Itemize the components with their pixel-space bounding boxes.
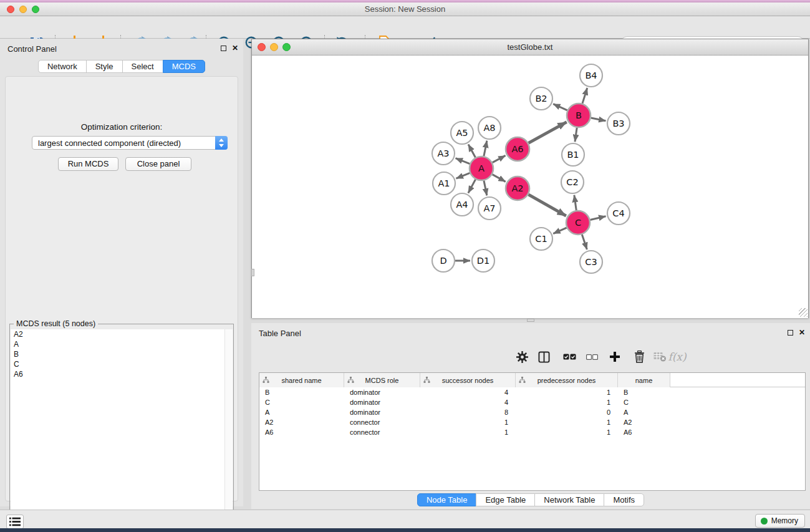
close-panel-button[interactable]: Close panel: [125, 157, 191, 171]
tab-mcds[interactable]: MCDS: [163, 60, 205, 73]
edge-C-C3[interactable]: [582, 235, 587, 249]
edge-A6-B[interactable]: [529, 122, 567, 143]
tab-network[interactable]: Network: [38, 60, 87, 73]
table-row[interactable]: A2connector11A2: [259, 417, 805, 427]
select-all-button[interactable]: [560, 347, 579, 367]
cell-successor-nodes[interactable]: 4: [420, 387, 516, 397]
control-panel: Control Panel ✕ NetworkStyleSelectMCDS O…: [0, 39, 243, 506]
column-header-successor-nodes[interactable]: successor nodes: [420, 373, 516, 387]
network-canvas[interactable]: B4B2BB3A8A5A6A3B1AC2A1A2A4A7C4CC1C3DD1: [252, 56, 808, 318]
tab-network-table[interactable]: Network Table: [534, 493, 604, 506]
edge-A-A5[interactable]: [468, 144, 475, 157]
run-mcds-button[interactable]: Run MCDS: [58, 157, 118, 171]
close-panel-icon[interactable]: ✕: [232, 45, 238, 51]
close-table-panel-icon[interactable]: ✕: [799, 329, 805, 336]
tab-select[interactable]: Select: [122, 60, 163, 73]
cell-name[interactable]: A2: [618, 417, 670, 427]
result-list-scrollbar[interactable]: [224, 329, 233, 532]
tab-edge-table[interactable]: Edge Table: [476, 493, 535, 506]
table-settings-button[interactable]: [513, 347, 531, 367]
edge-A-A2[interactable]: [493, 175, 506, 182]
edge-A-A8[interactable]: [484, 141, 487, 157]
cell-mcds-role[interactable]: dominator: [344, 397, 420, 407]
cell-shared-name[interactable]: A6: [259, 427, 344, 437]
edge-C-C1[interactable]: [553, 228, 566, 233]
edge-A-A6[interactable]: [493, 155, 506, 162]
cell-predecessor-nodes[interactable]: 1: [516, 417, 618, 427]
float-table-panel-icon[interactable]: [788, 330, 793, 336]
tab-style[interactable]: Style: [86, 60, 123, 73]
mcds-result-item[interactable]: A6: [11, 369, 225, 379]
edge-C-C2[interactable]: [574, 195, 576, 210]
node-label-B3: B3: [612, 118, 624, 128]
cell-predecessor-nodes[interactable]: 1: [516, 387, 618, 397]
mcds-result-list[interactable]: A2ABCA6: [11, 329, 225, 532]
table-row[interactable]: Bdominator41B: [259, 387, 805, 397]
column-header-name[interactable]: name: [618, 373, 670, 387]
edge-B-B3[interactable]: [591, 118, 606, 121]
cell-mcds-role[interactable]: dominator: [344, 407, 420, 417]
cell-predecessor-nodes[interactable]: 0: [516, 407, 618, 417]
edge-A-A4[interactable]: [468, 180, 476, 193]
cell-mcds-role[interactable]: connector: [344, 427, 420, 437]
network-graph: B4B2BB3A8A5A6A3B1AC2A1A2A4A7C4CC1C3DD1: [252, 56, 808, 318]
plus-icon: [609, 351, 620, 362]
cell-shared-name[interactable]: A: [259, 407, 344, 417]
resize-grip-icon[interactable]: [799, 308, 808, 317]
cell-shared-name[interactable]: A2: [259, 417, 344, 427]
column-header-shared-name[interactable]: shared name: [259, 373, 344, 387]
tab-node-table[interactable]: Node Table: [417, 493, 477, 506]
column-type-icon: [347, 377, 354, 383]
column-header-predecessor-nodes[interactable]: predecessor nodes: [516, 373, 618, 387]
mcds-result-item[interactable]: B: [11, 349, 225, 359]
deselect-all-button[interactable]: [582, 347, 601, 367]
table-row[interactable]: Adominator80A: [259, 407, 805, 417]
app-titlebar: Session: New Session: [0, 2, 810, 16]
memory-button[interactable]: Memory: [755, 514, 805, 528]
cell-successor-nodes[interactable]: 4: [420, 397, 516, 407]
cell-successor-nodes[interactable]: 1: [420, 427, 516, 437]
cell-predecessor-nodes[interactable]: 1: [516, 427, 618, 437]
tab-motifs[interactable]: Motifs: [604, 493, 644, 506]
left-edge-grip[interactable]: [251, 269, 254, 276]
bottom-edge-grip[interactable]: [527, 319, 534, 322]
network-window-title: testGlobe.txt: [252, 42, 808, 52]
edge-A-A1[interactable]: [456, 173, 470, 178]
table-row[interactable]: A6connector11A6: [259, 427, 805, 437]
node-label-C: C: [575, 218, 581, 228]
cell-successor-nodes[interactable]: 8: [420, 407, 516, 417]
cell-name[interactable]: A6: [618, 427, 670, 437]
mcds-result-item[interactable]: A: [11, 339, 225, 349]
task-history-button[interactable]: [6, 515, 24, 529]
cell-predecessor-nodes[interactable]: 1: [516, 397, 618, 407]
edge-B-B4[interactable]: [582, 88, 587, 104]
column-header-mcds-role[interactable]: MCDS role: [344, 373, 420, 387]
cell-mcds-role[interactable]: connector: [344, 417, 420, 427]
create-column-button[interactable]: [605, 347, 624, 367]
mcds-result-item[interactable]: A2: [11, 329, 225, 339]
edge-B-B1[interactable]: [575, 128, 577, 142]
cell-successor-nodes[interactable]: 1: [420, 417, 516, 427]
mcds-result-item[interactable]: C: [11, 359, 225, 369]
cell-shared-name[interactable]: B: [259, 387, 344, 397]
edge-A-A7[interactable]: [484, 181, 487, 196]
node-label-C4: C4: [612, 208, 624, 218]
edge-A2-C[interactable]: [528, 195, 566, 216]
delete-table-button[interactable]: [650, 347, 669, 367]
cell-name[interactable]: C: [618, 397, 670, 407]
delete-column-button[interactable]: [630, 347, 648, 367]
cell-shared-name[interactable]: C: [259, 397, 344, 407]
apply-function-button[interactable]: f(x): [668, 347, 687, 367]
cell-mcds-role[interactable]: dominator: [344, 387, 420, 397]
cell-name[interactable]: A: [618, 407, 670, 417]
cell-name[interactable]: B: [618, 387, 670, 397]
network-window-titlebar[interactable]: testGlobe.txt: [252, 39, 808, 56]
edge-A-A3[interactable]: [456, 158, 470, 164]
show-columns-button[interactable]: [534, 347, 553, 367]
edge-C-C4[interactable]: [590, 216, 605, 220]
table-row[interactable]: Cdominator41C: [259, 397, 805, 407]
edge-B-B2[interactable]: [553, 104, 567, 110]
criterion-select[interactable]: largest connected component (directed): [32, 136, 228, 150]
float-panel-icon[interactable]: [221, 46, 226, 51]
criterion-value: largest connected component (directed): [32, 138, 215, 148]
